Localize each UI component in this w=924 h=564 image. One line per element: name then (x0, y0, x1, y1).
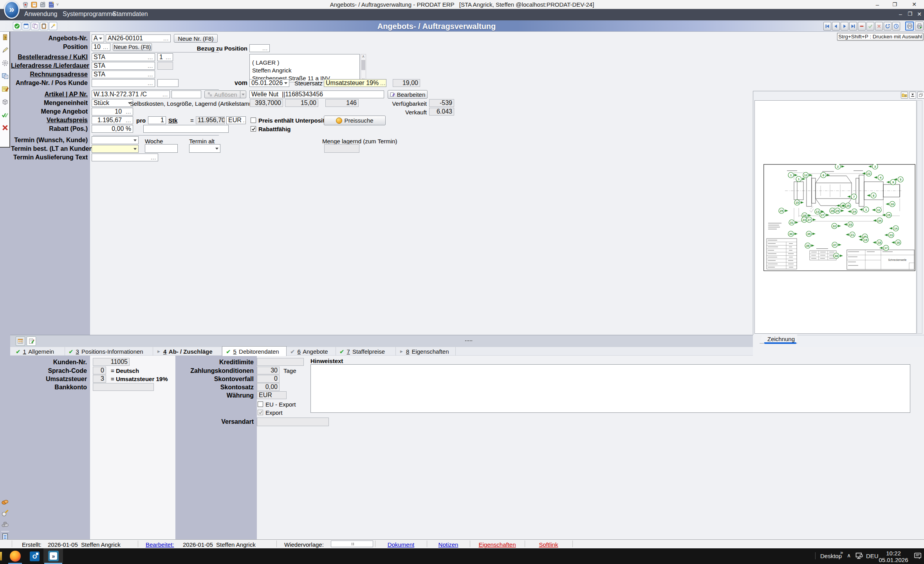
mdi-restore-button[interactable]: ❐ (906, 11, 914, 19)
tab-staffelpreise[interactable]: ✔ 7 Staffelpreise (336, 347, 396, 356)
drawing-scrollbar[interactable] (917, 100, 922, 334)
verkaufspreis-field[interactable]: 1.195,67... (92, 116, 133, 124)
eigenschaften-link[interactable]: Eigenschaften (470, 541, 525, 548)
woche-field[interactable] (145, 144, 178, 153)
bearbeitet-link[interactable]: Bearbeitet: (146, 541, 174, 548)
nav-delete-button[interactable] (858, 22, 866, 31)
nav-last-button[interactable] (849, 22, 857, 31)
window-restore-button[interactable]: ❐ (888, 0, 901, 9)
angebots-type-combo[interactable]: A (92, 34, 104, 42)
window-minimize-button[interactable]: – (871, 0, 884, 9)
angebots-nr-field[interactable]: AN26-00101... (106, 34, 171, 42)
menu-item-stammdaten[interactable]: Stammdaten (112, 11, 148, 18)
nav-save-button[interactable] (866, 22, 874, 31)
drawing-windows-button[interactable] (917, 92, 924, 99)
quick-icon-addressbook[interactable] (31, 1, 38, 8)
browse-icon[interactable]: ... (146, 72, 153, 77)
quick-icon-database[interactable] (48, 1, 55, 8)
browse-icon[interactable]: ... (261, 46, 268, 51)
taskbar-outlook-button[interactable]: O (30, 551, 40, 561)
print-with-selection-button[interactable] (915, 22, 924, 31)
kuki-field[interactable]: 1... (157, 53, 173, 61)
prodat-logo[interactable]: » (4, 1, 20, 19)
bearbeiten-button[interactable]: Bearbeiten (388, 90, 428, 99)
rechnungsadresse-label[interactable]: Rechnungsadresse (11, 71, 88, 78)
browse-icon[interactable]: ... (149, 155, 156, 160)
tab-eigenschaften[interactable]: ► 8 Eigenschaften (396, 347, 456, 356)
form-view-button[interactable] (27, 336, 36, 346)
verkaufspreis-label[interactable]: Verkaufspreis (11, 117, 88, 124)
softlink-link[interactable]: Softlink (525, 541, 572, 548)
vom-date-combo[interactable]: 05.01.2026 (249, 79, 289, 87)
menu-item-systemprogramme[interactable]: Systemprogramme (63, 11, 116, 18)
preis-unterpositionen-checkbox[interactable] (251, 118, 256, 123)
bestelleradresse-field[interactable]: STA... (92, 53, 155, 61)
termin-wunsch-combo[interactable] (92, 136, 139, 144)
tray-time[interactable]: 10:22 (882, 550, 905, 557)
scrollbar-thumb[interactable] (361, 60, 365, 70)
quickbar-overflow-icon[interactable]: ˅ (56, 2, 59, 7)
taskbar-desktop-button[interactable]: Desktop (820, 553, 842, 559)
neue-nr-button[interactable]: Neue Nr. (F8) (174, 34, 218, 43)
menu-item-anwendung[interactable]: Anwendung (24, 11, 58, 18)
tray-date[interactable]: 05.01.2026 (879, 557, 908, 563)
sidebar-copy-window-button[interactable] (2, 72, 9, 80)
drawing-collapse-button[interactable] (909, 92, 916, 99)
desktop-overflow-icon[interactable]: » (840, 550, 843, 555)
pro-menge-field[interactable]: 1 (148, 116, 166, 124)
termin-alt-combo[interactable] (189, 144, 220, 153)
bezug-zu-position-field[interactable]: ... (249, 44, 270, 52)
browse-icon[interactable]: ... (124, 118, 131, 123)
sidebar-settings-button[interactable] (2, 60, 9, 67)
position-field[interactable]: 10... (92, 43, 110, 51)
notizen-link[interactable]: Notizen (427, 541, 470, 548)
menge-angebot-field[interactable]: 10... (92, 108, 133, 116)
tab-ab-zuschlaege[interactable]: ► 4 Ab- / Zuschläge (153, 347, 222, 356)
sidebar-inspect-button[interactable] (1, 509, 9, 517)
address-line[interactable]: Steffen Angrick (252, 67, 357, 74)
termin-best-combo[interactable] (92, 145, 139, 153)
nav-history-button[interactable] (892, 22, 900, 31)
sidebar-package-button[interactable] (2, 98, 9, 105)
rabatt-zusatz-field[interactable] (143, 125, 229, 133)
lieferadresse-label[interactable]: Lieferadresse /Lieferdauer (11, 62, 88, 69)
artikel-zusatz-field[interactable] (171, 90, 201, 98)
sidebar-notes-button[interactable] (2, 85, 9, 92)
artikel-bezeichnung-field[interactable]: Welle Nut ||11685343456 (249, 90, 384, 98)
stk-label[interactable]: Stk (168, 117, 177, 124)
tab-angebote[interactable]: ✔ 6 Angebote (287, 347, 336, 356)
browse-icon[interactable]: ... (146, 63, 153, 69)
export-checkbox[interactable] (258, 410, 263, 415)
nav-cancel-button[interactable] (875, 22, 883, 31)
lieferadresse-field[interactable]: STA... (92, 62, 155, 70)
browse-icon[interactable]: ... (124, 109, 131, 114)
zeichnung-tab-label[interactable]: Zeichnung (767, 336, 795, 342)
browse-icon[interactable]: ... (164, 55, 171, 60)
browse-icon[interactable]: ... (242, 118, 246, 123)
drawing-open-file-button[interactable] (901, 92, 908, 99)
tray-network-icon[interactable] (855, 552, 863, 560)
tray-expand-icon[interactable]: ∧ (847, 552, 851, 559)
artikel-label[interactable]: Artikel | AP Nr. (11, 91, 88, 98)
splitter-grip-icon[interactable] (465, 340, 466, 341)
address-scrollbar[interactable]: ˄ ˅ (361, 54, 366, 82)
neue-pos-button[interactable]: Neue Pos. (F8) (113, 43, 152, 51)
quick-icon-recycle[interactable] (22, 1, 29, 8)
anfrage-nr-field[interactable]: ... (92, 79, 155, 87)
eu-export-label[interactable]: EU - Export (265, 401, 296, 408)
mdi-close-button[interactable]: ✕ (915, 11, 923, 19)
browse-icon[interactable]: ... (379, 81, 386, 86)
nav-prev-button[interactable] (832, 22, 840, 31)
sidebar-handshake-button[interactable] (1, 498, 9, 506)
browse-icon[interactable]: ... (162, 36, 169, 41)
nav-refresh-button[interactable] (884, 22, 892, 31)
quick-icon-tools[interactable] (39, 1, 46, 8)
versandart-field[interactable] (257, 418, 329, 426)
toolbar-ok-button[interactable] (13, 22, 21, 30)
sidebar-confirm-button[interactable] (2, 111, 9, 118)
hinweistext-textarea[interactable] (310, 364, 910, 413)
mdi-minimize-button[interactable]: – (897, 11, 904, 19)
sidebar-edit-button[interactable] (2, 47, 9, 54)
scroll-up-icon[interactable]: ˄ (361, 54, 366, 59)
nav-next-button[interactable] (841, 22, 848, 31)
